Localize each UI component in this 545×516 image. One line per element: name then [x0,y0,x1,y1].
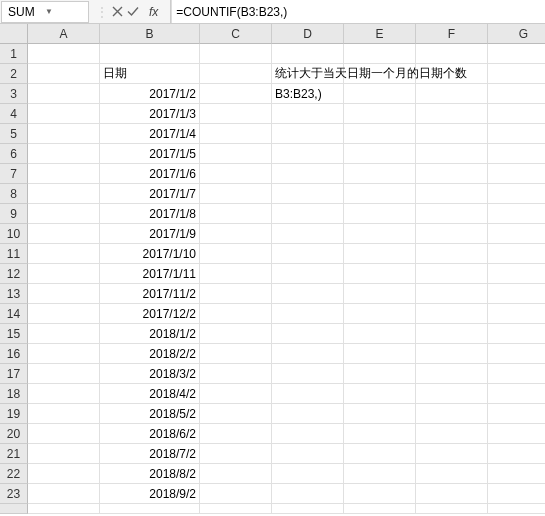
cell-c8[interactable] [200,184,272,204]
cell-c1[interactable] [200,44,272,64]
cell-d16[interactable] [272,344,344,364]
row-header[interactable]: 7 [0,164,28,184]
cell-e12[interactable] [344,264,416,284]
row-header[interactable]: 10 [0,224,28,244]
col-header-d[interactable]: D [272,24,344,44]
row-header[interactable]: 16 [0,344,28,364]
cell-e22[interactable] [344,464,416,484]
cell-d3[interactable]: B3:B23,) [272,84,344,104]
cell-a21[interactable] [28,444,100,464]
cell-f1[interactable] [416,44,488,64]
cell-c14[interactable] [200,304,272,324]
cell-f12[interactable] [416,264,488,284]
cell-a15[interactable] [28,324,100,344]
name-box[interactable]: SUM ▼ [1,1,89,23]
cell-d9[interactable] [272,204,344,224]
cell-e20[interactable] [344,424,416,444]
cell-g13[interactable] [488,284,545,304]
cell-e21[interactable] [344,444,416,464]
cell-d6[interactable] [272,144,344,164]
cell-b10[interactable]: 2017/1/9 [100,224,200,244]
cell-b9[interactable]: 2017/1/8 [100,204,200,224]
cell-f22[interactable] [416,464,488,484]
row-header[interactable]: 8 [0,184,28,204]
cell-g23[interactable] [488,484,545,504]
cell-a14[interactable] [28,304,100,324]
cell-f14[interactable] [416,304,488,324]
row-header[interactable]: 12 [0,264,28,284]
cell-d5[interactable] [272,124,344,144]
cell-a10[interactable] [28,224,100,244]
col-header-b[interactable]: B [100,24,200,44]
row-header[interactable]: 2 [0,64,28,84]
cell-b24[interactable] [100,504,200,514]
cell-f6[interactable] [416,144,488,164]
check-icon[interactable] [127,6,139,17]
cell-f18[interactable] [416,384,488,404]
cell-c5[interactable] [200,124,272,144]
chevron-down-icon[interactable]: ▼ [45,7,82,16]
row-header[interactable]: 5 [0,124,28,144]
select-all-corner[interactable] [0,24,28,44]
row-header[interactable]: 15 [0,324,28,344]
row-header[interactable]: 13 [0,284,28,304]
cell-b11[interactable]: 2017/1/10 [100,244,200,264]
cell-e16[interactable] [344,344,416,364]
cell-a22[interactable] [28,464,100,484]
cell-d18[interactable] [272,384,344,404]
cell-e6[interactable] [344,144,416,164]
cell-e24[interactable] [344,504,416,514]
cell-c18[interactable] [200,384,272,404]
cell-c23[interactable] [200,484,272,504]
cell-e11[interactable] [344,244,416,264]
cell-a6[interactable] [28,144,100,164]
cell-a23[interactable] [28,484,100,504]
cell-a7[interactable] [28,164,100,184]
cell-g22[interactable] [488,464,545,484]
col-header-f[interactable]: F [416,24,488,44]
cell-c2[interactable] [200,64,272,84]
row-header[interactable]: 3 [0,84,28,104]
cell-f5[interactable] [416,124,488,144]
cell-g15[interactable] [488,324,545,344]
cell-e7[interactable] [344,164,416,184]
cell-e10[interactable] [344,224,416,244]
cell-b4[interactable]: 2017/1/3 [100,104,200,124]
cell-c16[interactable] [200,344,272,364]
cell-d14[interactable] [272,304,344,324]
cell-c11[interactable] [200,244,272,264]
cell-c12[interactable] [200,264,272,284]
cell-b13[interactable]: 2017/11/2 [100,284,200,304]
cell-d13[interactable] [272,284,344,304]
cell-d24[interactable] [272,504,344,514]
col-header-a[interactable]: A [28,24,100,44]
cell-b3[interactable]: 2017/1/2 [100,84,200,104]
cell-b22[interactable]: 2018/8/2 [100,464,200,484]
cell-d21[interactable] [272,444,344,464]
cell-b19[interactable]: 2018/5/2 [100,404,200,424]
cell-b15[interactable]: 2018/1/2 [100,324,200,344]
cell-c17[interactable] [200,364,272,384]
cell-a18[interactable] [28,384,100,404]
cell-b8[interactable]: 2017/1/7 [100,184,200,204]
cell-e1[interactable] [344,44,416,64]
cell-a13[interactable] [28,284,100,304]
cell-g12[interactable] [488,264,545,284]
col-header-c[interactable]: C [200,24,272,44]
cell-e23[interactable] [344,484,416,504]
cell-f10[interactable] [416,224,488,244]
cell-b12[interactable]: 2017/1/11 [100,264,200,284]
cell-e3[interactable] [344,84,416,104]
row-header[interactable]: 1 [0,44,28,64]
cell-b1[interactable] [100,44,200,64]
row-header[interactable]: 4 [0,104,28,124]
cell-d17[interactable] [272,364,344,384]
row-header[interactable]: 22 [0,464,28,484]
cell-c10[interactable] [200,224,272,244]
cell-f9[interactable] [416,204,488,224]
cell-f4[interactable] [416,104,488,124]
row-header[interactable] [0,504,28,514]
cell-c20[interactable] [200,424,272,444]
cell-e8[interactable] [344,184,416,204]
cell-f11[interactable] [416,244,488,264]
